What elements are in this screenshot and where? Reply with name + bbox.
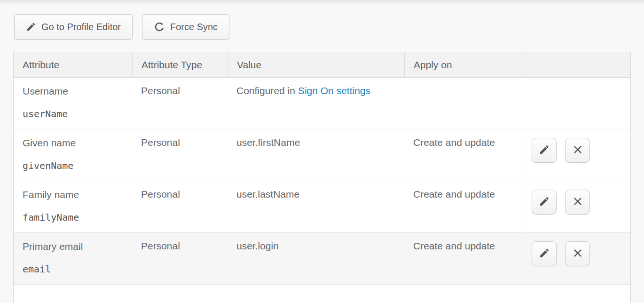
attribute-type-value: Personal (141, 189, 180, 199)
value-text: user.login (236, 240, 279, 251)
apply-on-cell: Create and update (404, 181, 523, 232)
attribute-type-value: Personal (141, 137, 180, 148)
go-to-profile-editor-button[interactable]: Go to Profile Editor (14, 14, 133, 40)
attribute-cell: Given name givenName (14, 129, 132, 181)
value-text: user.lastName (236, 189, 299, 199)
close-icon (573, 196, 583, 208)
value-text: user.firstName (236, 137, 300, 148)
attribute-cell: Username userName (14, 78, 132, 129)
apply-on-value: Create and update (413, 137, 495, 148)
edit-attribute-button[interactable] (532, 138, 557, 163)
delete-attribute-button[interactable] (565, 241, 590, 266)
attribute-type-cell: Personal (132, 129, 228, 181)
attribute-mappings-table: Attribute Attribute Type Value Apply on … (13, 52, 631, 303)
actions-cell (523, 129, 630, 181)
actions-cell (523, 181, 630, 232)
force-sync-label: Force Sync (170, 22, 218, 32)
attribute-cell: Family name familyName (14, 181, 132, 232)
refresh-icon (154, 21, 165, 32)
apply-on-cell (404, 78, 523, 129)
header-attribute: Attribute (14, 52, 132, 77)
edit-attribute-button[interactable] (532, 190, 557, 215)
toolbar: Go to Profile Editor Force Sync (14, 14, 229, 40)
go-to-profile-editor-label: Go to Profile Editor (41, 22, 121, 32)
close-icon (573, 144, 583, 156)
attribute-label: Primary email (23, 240, 132, 253)
force-sync-button[interactable]: Force Sync (142, 14, 229, 40)
attribute-type-cell: Personal (132, 233, 228, 284)
pencil-icon (539, 247, 550, 260)
attribute-label: Given name (23, 137, 132, 149)
sign-on-settings-link[interactable]: Sign On settings (298, 85, 370, 96)
value-cell: Configured inSign On settings (228, 78, 404, 129)
attribute-cell: Primary email email (14, 233, 132, 284)
value-cell: user.login (228, 233, 404, 284)
value-cell: user.lastName (228, 181, 404, 232)
header-apply-on: Apply on (404, 52, 523, 77)
close-icon (573, 248, 583, 260)
table-header-row: Attribute Attribute Type Value Apply on (14, 52, 630, 78)
attribute-label: Family name (23, 189, 132, 201)
table-row: Primary email email Personal user.login … (14, 233, 630, 285)
actions-cell (523, 78, 630, 129)
header-value: Value (228, 52, 404, 77)
edit-attribute-button[interactable] (532, 241, 557, 266)
attribute-variable-name: email (23, 263, 132, 275)
apply-on-value: Create and update (413, 240, 495, 251)
header-actions (523, 52, 630, 77)
table-row: Family name familyName Personal user.las… (14, 181, 630, 233)
apply-on-value: Create and update (413, 189, 495, 199)
apply-on-cell: Create and update (404, 233, 523, 284)
delete-attribute-button[interactable] (565, 138, 590, 163)
table-row: Given name givenName Personal user.first… (14, 129, 630, 181)
attribute-variable-name: familyName (23, 211, 132, 223)
attribute-type-value: Personal (141, 240, 180, 251)
value-cell: user.firstName (228, 129, 404, 181)
table-row: Username userName Personal Configured in… (14, 78, 630, 129)
pencil-icon (539, 196, 550, 208)
attribute-variable-name: givenName (23, 159, 132, 172)
attribute-label: Username (23, 85, 132, 97)
pencil-icon (26, 22, 36, 32)
header-attribute-type: Attribute Type (132, 52, 228, 77)
top-edge-shadow (0, 0, 644, 5)
value-text: Configured in (236, 85, 295, 96)
attribute-type-cell: Personal (132, 78, 228, 129)
table-body: Username userName Personal Configured in… (14, 78, 630, 285)
attribute-variable-name: userName (23, 108, 132, 120)
attribute-type-value: Personal (141, 85, 180, 96)
apply-on-cell: Create and update (404, 129, 523, 181)
pencil-icon (539, 144, 550, 157)
delete-attribute-button[interactable] (565, 190, 590, 215)
actions-cell (523, 233, 630, 284)
attribute-type-cell: Personal (132, 181, 228, 232)
